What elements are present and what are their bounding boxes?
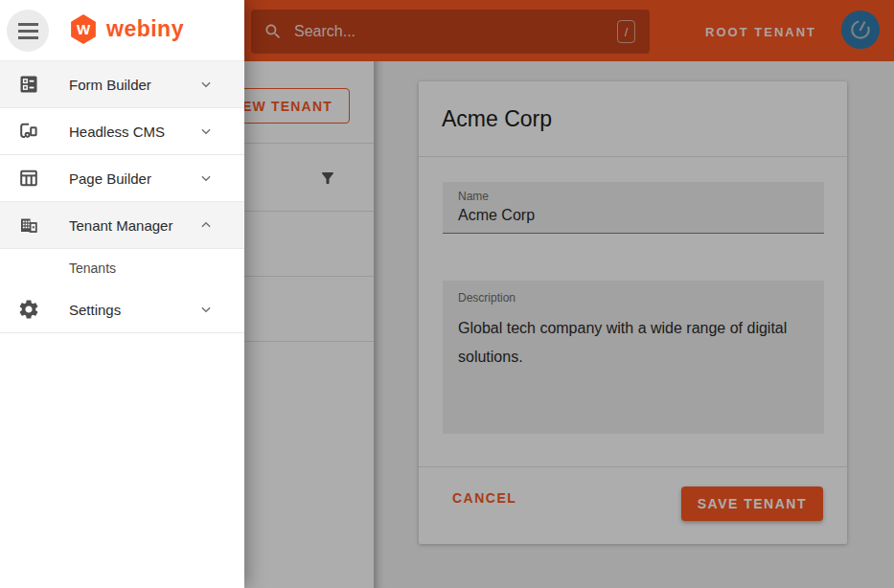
sidebar-item-label: Settings	[69, 302, 121, 318]
webiny-logo-badge: W	[70, 14, 97, 44]
chevron-down-icon	[199, 124, 213, 138]
webiny-admin-app: / ROOT TENANT NEW TENANT Acme Corp	[0, 0, 894, 588]
sidebar-item-label: Page Builder	[69, 170, 151, 187]
webiny-logo[interactable]: W webiny	[70, 14, 184, 44]
hamburger-icon	[18, 23, 38, 26]
sidebar-item-settings[interactable]: Settings	[0, 286, 244, 333]
tenant-manager-icon	[17, 214, 40, 237]
page-builder-icon	[17, 167, 40, 190]
menu-button[interactable]	[7, 10, 49, 52]
sidebar-item-form-builder[interactable]: Form Builder	[0, 61, 244, 108]
navigation-drawer: W webiny Form Builder	[0, 0, 244, 588]
sidebar-item-tenant-manager[interactable]: Tenant Manager	[0, 202, 244, 249]
sidebar-item-headless-cms[interactable]: Headless CMS	[0, 108, 244, 155]
headless-cms-icon	[17, 120, 40, 143]
sidebar-item-label: Tenant Manager	[69, 217, 172, 234]
sidebar-item-tenants[interactable]: Tenants	[0, 249, 244, 286]
chevron-down-icon	[199, 303, 213, 316]
sidebar-item-label: Headless CMS	[69, 124, 165, 140]
sidebar-item-page-builder[interactable]: Page Builder	[0, 155, 244, 202]
gear-icon	[17, 298, 40, 321]
drawer-header: W webiny	[0, 0, 244, 61]
chevron-down-icon	[199, 171, 213, 185]
form-builder-icon	[17, 73, 40, 96]
chevron-down-icon	[199, 78, 213, 91]
sidebar-item-label: Form Builder	[69, 77, 151, 93]
chevron-up-icon	[199, 218, 213, 232]
webiny-logo-text: webiny	[106, 16, 184, 42]
sidebar-subitem-label: Tenants	[69, 260, 116, 276]
